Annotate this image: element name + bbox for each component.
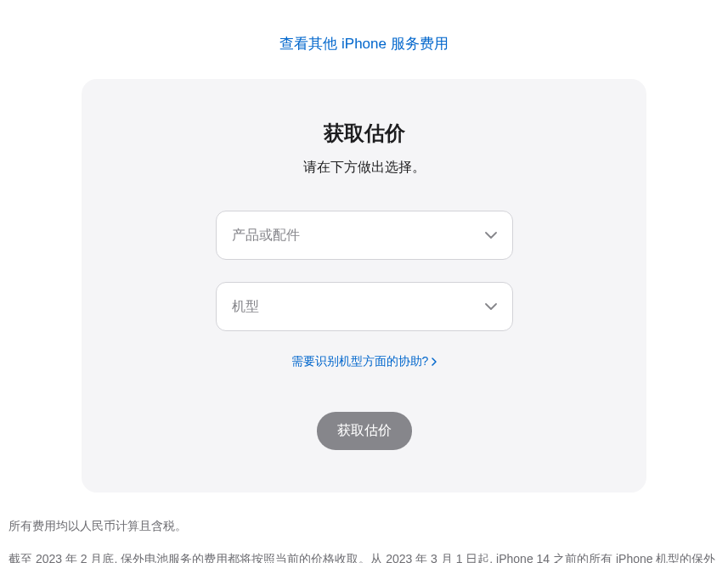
estimate-card: 获取估价 请在下方做出选择。 产品或配件 机型 需要识别机型方面的协助? 获取估… <box>82 79 646 493</box>
help-link[interactable]: 需要识别机型方面的协助? <box>291 354 437 369</box>
other-services-link[interactable]: 查看其他 iPhone 服务费用 <box>279 36 448 52</box>
footnote-section: 所有费用均以人民币计算且含税。 截至 2023 年 2 月底, 保外电池服务的费… <box>0 493 728 563</box>
model-select[interactable]: 机型 <box>216 282 513 331</box>
chevron-down-icon <box>485 303 497 310</box>
product-select[interactable]: 产品或配件 <box>216 211 513 260</box>
chevron-down-icon <box>485 232 497 239</box>
card-subtitle: 请在下方做出选择。 <box>116 159 612 177</box>
footnote-price-change: 截至 2023 年 2 月底, 保外电池服务的费用都将按照当前的价格收取。从 2… <box>8 548 720 563</box>
model-select-placeholder: 机型 <box>232 298 259 316</box>
top-link-container: 查看其他 iPhone 服务费用 <box>0 0 728 79</box>
footnote-currency: 所有费用均以人民币计算且含税。 <box>8 515 720 538</box>
help-link-text: 需要识别机型方面的协助? <box>291 354 429 369</box>
model-select-wrap: 机型 <box>216 282 513 331</box>
footnote-text-a: 截至 2023 年 2 月底, 保外电池服务的费用都将按照当前的价格收取。从 2… <box>8 552 715 563</box>
product-select-wrap: 产品或配件 <box>216 211 513 260</box>
product-select-placeholder: 产品或配件 <box>232 227 300 245</box>
chevron-right-icon <box>432 355 437 369</box>
get-estimate-button[interactable]: 获取估价 <box>317 412 412 450</box>
card-title: 获取估价 <box>116 120 612 147</box>
